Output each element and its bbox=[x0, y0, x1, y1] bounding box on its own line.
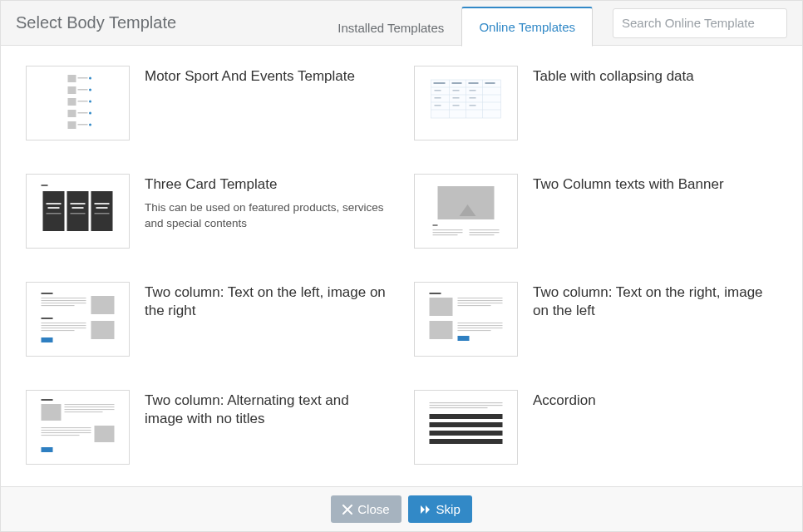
svg-rect-83 bbox=[42, 399, 53, 401]
template-item[interactable]: Table with collapsing data bbox=[414, 66, 777, 140]
svg-rect-29 bbox=[470, 90, 476, 91]
svg-rect-99 bbox=[430, 422, 503, 427]
svg-rect-96 bbox=[430, 405, 503, 406]
template-item[interactable]: Two column: Text on the right, image on … bbox=[414, 282, 777, 357]
template-title: Three Card Template bbox=[145, 175, 389, 194]
template-text: Two column: Text on the right, image on … bbox=[533, 282, 777, 327]
template-title: Two column: Text on the right, image on … bbox=[533, 283, 777, 320]
svg-rect-23 bbox=[434, 82, 446, 84]
svg-rect-60 bbox=[42, 300, 86, 301]
svg-rect-47 bbox=[96, 207, 108, 209]
template-thumbnail bbox=[414, 66, 518, 140]
template-desc: This can be used on featured products, s… bbox=[145, 200, 389, 232]
template-thumbnail bbox=[26, 390, 130, 465]
svg-rect-67 bbox=[42, 328, 86, 328]
template-thumbnail bbox=[414, 390, 518, 465]
close-icon bbox=[342, 505, 352, 515]
svg-rect-27 bbox=[435, 90, 441, 91]
svg-rect-87 bbox=[65, 409, 115, 410]
forward-icon bbox=[420, 505, 431, 515]
svg-rect-74 bbox=[458, 300, 503, 301]
svg-rect-34 bbox=[453, 105, 460, 106]
svg-rect-9 bbox=[68, 110, 76, 117]
svg-rect-101 bbox=[430, 439, 503, 444]
svg-rect-61 bbox=[42, 303, 86, 303]
tab-bar: Installed Templates Online Templates bbox=[320, 2, 593, 47]
template-text: Two column: Alternating text and image w… bbox=[145, 390, 389, 435]
svg-rect-88 bbox=[65, 411, 103, 412]
svg-rect-75 bbox=[458, 303, 503, 303]
svg-rect-7 bbox=[78, 101, 88, 102]
svg-rect-24 bbox=[452, 82, 462, 84]
close-button[interactable]: Close bbox=[331, 495, 401, 523]
svg-rect-95 bbox=[430, 402, 503, 403]
template-title: Two Column texts with Banner bbox=[533, 175, 777, 194]
template-text: Table with collapsing data bbox=[533, 66, 777, 92]
svg-rect-4 bbox=[78, 89, 88, 91]
svg-rect-25 bbox=[469, 82, 479, 84]
svg-point-5 bbox=[89, 89, 91, 91]
svg-rect-91 bbox=[42, 432, 91, 433]
svg-rect-44 bbox=[72, 207, 84, 209]
svg-rect-85 bbox=[65, 404, 115, 405]
svg-rect-54 bbox=[433, 234, 458, 235]
svg-rect-43 bbox=[71, 203, 86, 204]
template-text: Three Card Template This can be used on … bbox=[145, 174, 389, 232]
svg-rect-32 bbox=[470, 97, 476, 99]
svg-rect-80 bbox=[458, 328, 503, 328]
svg-rect-3 bbox=[68, 86, 76, 94]
template-text: Two column: Text on the left, image on t… bbox=[145, 282, 389, 327]
svg-rect-0 bbox=[68, 75, 76, 82]
svg-rect-89 bbox=[42, 427, 91, 428]
svg-rect-30 bbox=[435, 97, 441, 99]
svg-rect-82 bbox=[458, 336, 470, 341]
header: Select Body Template Installed Templates… bbox=[1, 1, 802, 46]
tab-installed[interactable]: Installed Templates bbox=[320, 8, 461, 47]
svg-rect-26 bbox=[485, 82, 495, 84]
search-input[interactable] bbox=[613, 8, 787, 38]
svg-rect-33 bbox=[435, 105, 441, 106]
template-text: Motor Sport And Events Template bbox=[145, 66, 389, 92]
svg-rect-36 bbox=[42, 185, 48, 186]
template-thumbnail bbox=[414, 282, 518, 357]
svg-rect-1 bbox=[78, 77, 88, 79]
svg-rect-78 bbox=[458, 323, 503, 323]
template-text: Two Column texts with Banner bbox=[533, 174, 777, 200]
svg-rect-38 bbox=[67, 191, 89, 231]
svg-rect-13 bbox=[78, 124, 88, 126]
svg-rect-64 bbox=[42, 318, 53, 319]
svg-rect-73 bbox=[458, 298, 503, 298]
svg-rect-69 bbox=[91, 321, 115, 339]
svg-rect-37 bbox=[43, 191, 65, 231]
svg-rect-6 bbox=[68, 98, 76, 106]
svg-rect-70 bbox=[42, 337, 53, 342]
svg-rect-55 bbox=[470, 229, 500, 230]
svg-rect-86 bbox=[65, 406, 115, 407]
template-list-scroll[interactable]: Motor Sport And Events Template bbox=[1, 46, 802, 486]
svg-rect-42 bbox=[47, 213, 62, 214]
template-item[interactable]: Two column: Text on the left, image on t… bbox=[26, 282, 389, 357]
template-item[interactable]: Two Column texts with Banner bbox=[414, 174, 777, 249]
svg-rect-65 bbox=[42, 323, 86, 323]
svg-rect-71 bbox=[430, 293, 441, 294]
tab-online[interactable]: Online Templates bbox=[461, 7, 593, 47]
skip-button[interactable]: Skip bbox=[408, 495, 472, 523]
template-item[interactable]: Motor Sport And Events Template bbox=[26, 66, 389, 140]
template-item[interactable]: Accordion bbox=[414, 390, 777, 465]
svg-rect-56 bbox=[470, 232, 500, 233]
template-item[interactable]: Two column: Alternating text and image w… bbox=[26, 390, 389, 465]
svg-rect-79 bbox=[458, 325, 503, 326]
template-thumbnail bbox=[26, 66, 130, 140]
svg-rect-66 bbox=[42, 325, 86, 326]
template-item[interactable]: Three Card Template This can be used on … bbox=[26, 174, 389, 249]
svg-rect-39 bbox=[91, 191, 113, 231]
svg-rect-77 bbox=[430, 321, 453, 339]
template-grid: Motor Sport And Events Template bbox=[26, 66, 777, 465]
svg-rect-98 bbox=[430, 414, 503, 419]
svg-rect-63 bbox=[91, 296, 115, 314]
svg-rect-100 bbox=[430, 431, 503, 436]
svg-rect-72 bbox=[430, 298, 453, 316]
svg-rect-59 bbox=[42, 298, 86, 298]
template-title: Motor Sport And Events Template bbox=[145, 67, 389, 86]
template-title: Accordion bbox=[533, 392, 777, 410]
